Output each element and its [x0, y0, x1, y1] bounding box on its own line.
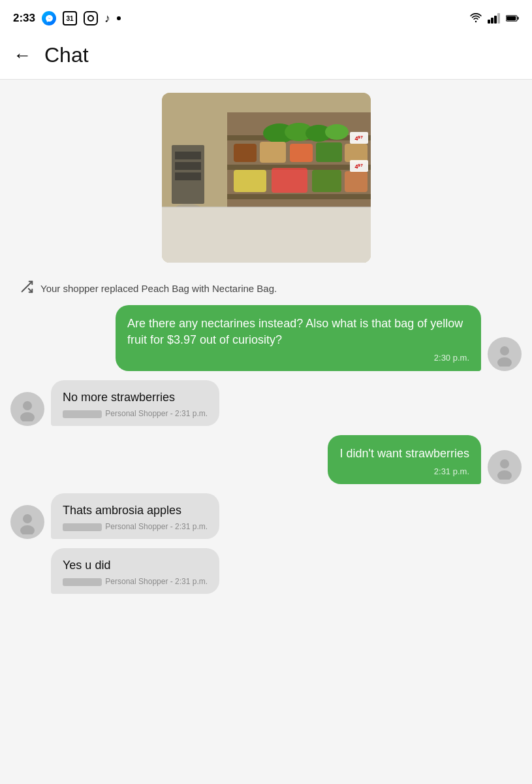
avatar — [488, 337, 522, 371]
sender-name-blurred — [63, 578, 102, 586]
message-time: 2:30 p.m. — [127, 352, 469, 364]
avatar — [488, 450, 522, 484]
svg-rect-5 — [518, 17, 519, 20]
back-button[interactable]: ← — [13, 46, 31, 65]
avatar — [10, 505, 44, 539]
svg-point-46 — [23, 514, 32, 523]
svg-text:4⁹⁷: 4⁹⁷ — [354, 135, 363, 142]
svg-rect-2 — [494, 16, 497, 24]
table-row: Are there any nectarines instead? Also w… — [10, 305, 522, 371]
svg-rect-18 — [234, 144, 257, 162]
received-bubble: Thats ambrosia apples Personal Shopper -… — [51, 493, 219, 539]
sent-bubble: I didn't want strawberries 2:31 p.m. — [328, 435, 481, 484]
message-text: No more strawberries — [63, 391, 175, 404]
battery-icon — [506, 13, 519, 24]
grocery-image[interactable]: 4⁹⁷ 4⁹⁷ — [162, 93, 371, 263]
svg-point-44 — [500, 459, 509, 468]
svg-point-40 — [500, 346, 509, 355]
message-text: Yes u did — [63, 559, 110, 572]
chat-area: 4⁹⁷ 4⁹⁷ — [0, 80, 532, 784]
wifi-icon — [469, 13, 482, 24]
svg-rect-32 — [175, 152, 201, 159]
status-right — [469, 13, 519, 24]
table-row: I didn't want strawberries 2:31 p.m. — [10, 435, 522, 484]
messenger-icon — [42, 11, 56, 25]
svg-point-43 — [20, 412, 35, 421]
sender-info: Personal Shopper - 2:31 p.m. — [63, 521, 208, 532]
svg-rect-33 — [175, 162, 201, 170]
signal-icon — [488, 13, 501, 24]
svg-point-17 — [325, 124, 349, 140]
svg-rect-6 — [507, 16, 516, 20]
tiktok-icon: ♪ — [104, 12, 110, 25]
table-row: Yes u did Personal Shopper - 2:31 p.m. — [10, 548, 522, 594]
svg-rect-19 — [260, 142, 286, 163]
sender-info: Personal Shopper - 2:31 p.m. — [63, 408, 208, 419]
received-bubble: Yes u did Personal Shopper - 2:31 p.m. — [51, 548, 219, 594]
svg-rect-36 — [162, 207, 371, 263]
calendar-icon: 31 — [63, 11, 77, 25]
header: ← Chat — [0, 34, 532, 80]
message-text: Thats ambrosia apples — [63, 504, 181, 517]
sender-info: Personal Shopper - 2:31 p.m. — [63, 576, 208, 587]
avatar — [10, 392, 44, 426]
svg-rect-34 — [175, 172, 201, 180]
table-row: No more strawberries Personal Shopper - … — [10, 380, 522, 426]
svg-rect-20 — [290, 144, 313, 162]
svg-rect-0 — [488, 20, 490, 24]
svg-rect-21 — [316, 142, 342, 162]
svg-rect-27 — [312, 170, 341, 192]
svg-point-45 — [497, 470, 512, 480]
messages-list: Are there any nectarines instead? Also w… — [0, 305, 532, 594]
system-notification: Your shopper replaced Peach Bag with Nec… — [0, 273, 532, 305]
status-left: 2:33 31 ♪ — [13, 11, 121, 25]
page-title: Chat — [44, 43, 89, 67]
instagram-icon — [84, 11, 98, 25]
status-bar: 2:33 31 ♪ — [0, 0, 532, 34]
notification-dot — [117, 16, 121, 20]
svg-text:4⁹⁷: 4⁹⁷ — [354, 163, 363, 170]
svg-rect-1 — [491, 18, 493, 24]
time-display: 2:33 — [13, 12, 35, 25]
svg-point-47 — [20, 525, 35, 534]
svg-rect-22 — [345, 144, 368, 162]
message-text: I didn't want strawberries — [339, 447, 469, 460]
svg-rect-13 — [227, 194, 371, 199]
svg-rect-25 — [234, 170, 266, 192]
shuffle-icon — [20, 280, 34, 297]
sender-name-blurred — [63, 410, 102, 418]
svg-rect-26 — [272, 168, 307, 193]
image-message-container: 4⁹⁷ 4⁹⁷ — [0, 80, 532, 273]
message-time: 2:31 p.m. — [339, 466, 469, 478]
sent-bubble: Are there any nectarines instead? Also w… — [116, 305, 481, 371]
system-text: Your shopper replaced Peach Bag with Nec… — [40, 282, 277, 295]
message-text: Are there any nectarines instead? Also w… — [127, 317, 463, 346]
received-bubble: No more strawberries Personal Shopper - … — [51, 380, 219, 426]
svg-rect-28 — [345, 171, 368, 192]
svg-rect-3 — [497, 13, 500, 24]
sender-name-blurred — [63, 523, 102, 531]
svg-point-42 — [23, 401, 32, 410]
svg-point-41 — [497, 357, 512, 367]
table-row: Thats ambrosia apples Personal Shopper -… — [10, 493, 522, 539]
